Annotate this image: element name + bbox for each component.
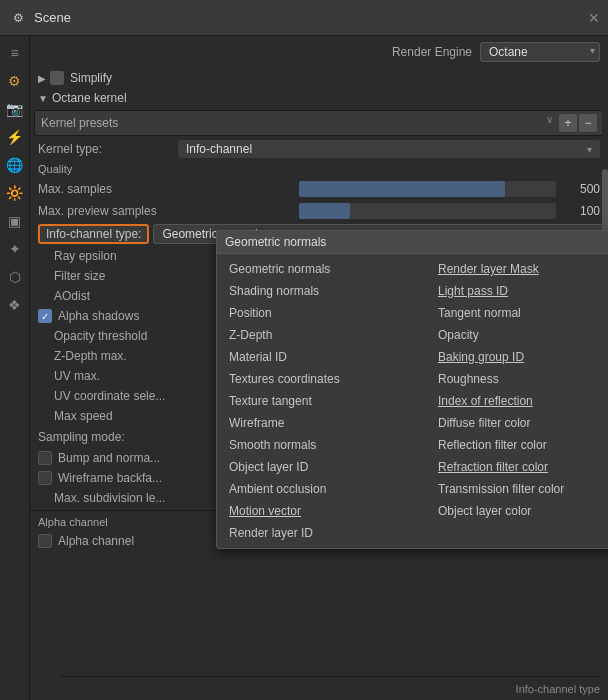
dropdown-item-textures-coordinates[interactable]: Textures coordinates [217,368,426,390]
sidebar-icon-view[interactable]: 🌐 [2,152,28,178]
scene-icon: ⚙ [8,8,28,28]
uv-max-label: UV max. [38,369,100,383]
simplify-icon [50,71,64,85]
dropdown-item-geometric-normals[interactable]: Geometric normals [217,258,426,280]
kernel-type-label: Kernel type: [38,142,178,156]
render-engine-row: Render Engine Octane [30,36,608,68]
dropdown-item-shading-normals[interactable]: Shading normals [217,280,426,302]
ray-epsilon-label: Ray epsilon [38,249,117,263]
kernel-type-dropdown[interactable]: Info-channel ▾ [178,140,600,158]
opacity-threshold-label: Opacity threshold [38,329,147,343]
dropdown-item-smooth-normals[interactable]: Smooth normals [217,434,426,456]
dropdown-item-reflection-filter-color[interactable]: Reflection filter color [426,434,608,456]
octane-kernel-label: Octane kernel [52,91,127,105]
wireframe-backfa-checkbox[interactable] [38,471,52,485]
dropdown-item-roughness[interactable]: Roughness [426,368,608,390]
dropdown-item-render-layer-mask[interactable]: Render layer Mask [426,258,608,280]
sidebar-icon-constraints[interactable]: ❖ [2,292,28,318]
simplify-arrow: ▶ [38,73,46,84]
aodist-label: AOdist [38,289,90,303]
dropdown-item-wireframe[interactable]: Wireframe [217,412,426,434]
alpha-channel-section-label: Alpha channel [38,516,108,528]
alpha-shadows-label: Alpha shadows [58,309,139,323]
quality-label: Quality [38,163,72,175]
dropdown-item-baking-group-id[interactable]: Baking group ID [426,346,608,368]
max-samples-row: Max. samples 500 [30,178,608,200]
alpha-channel-label: Alpha channel [58,534,134,548]
dropdown-item-light-pass-id[interactable]: Light pass ID [426,280,608,302]
max-samples-value: 500 [560,182,600,196]
sidebar-icon-particles[interactable]: ✦ [2,236,28,262]
max-samples-slider[interactable] [299,181,556,197]
sidebar-icon-physics[interactable]: ⬡ [2,264,28,290]
z-depth-max-label: Z-Depth max. [38,349,127,363]
max-preview-samples-label: Max. preview samples [38,204,295,218]
info-channel-dropdown-overlay: Geometric normals ▾ Geometric normals Re… [216,230,608,549]
dropdown-item-position[interactable]: Position [217,302,426,324]
max-preview-samples-row: Max. preview samples 100 [30,200,608,222]
dropdown-item-index-of-reflection[interactable]: Index of reflection [426,390,608,412]
kernel-presets-label: Kernel presets [41,116,546,130]
dropdown-item-material-id[interactable]: Material ID [217,346,426,368]
dropdown-item-empty [426,522,608,544]
sidebar-icon-menu[interactable]: ≡ [2,40,28,66]
sidebar-icon-object[interactable]: ▣ [2,208,28,234]
main-layout: ≡ ⚙ 📷 ⚡ 🌐 🔆 ▣ ✦ ⬡ ❖ Render Engine Octane… [0,36,608,700]
info-channel-type-label[interactable]: Info-channel type: [38,224,149,244]
close-button[interactable]: ✕ [588,10,600,26]
dropdown-header[interactable]: Geometric normals ▾ [217,231,608,254]
dropdown-item-tangent-normal[interactable]: Tangent normal [426,302,608,324]
alpha-channel-checkbox[interactable] [38,534,52,548]
kernel-presets-add[interactable]: + [559,114,577,132]
footer-row: Info-channel type [60,676,608,700]
kernel-presets-actions: ∨ + − [546,114,597,132]
window-title: Scene [34,10,588,25]
dropdown-grid: Geometric normals Render layer Mask Shad… [217,254,608,548]
kernel-type-row: Kernel type: Info-channel ▾ [30,138,608,160]
simplify-section[interactable]: ▶ Simplify [30,68,608,88]
render-engine-dropdown[interactable]: Octane [480,42,600,62]
dropdown-item-z-depth[interactable]: Z-Depth [217,324,426,346]
octane-kernel-section[interactable]: ▼ Octane kernel [30,88,608,108]
sidebar-icon-render[interactable]: 📷 [2,96,28,122]
max-samples-label: Max. samples [38,182,295,196]
sidebar-icon-output[interactable]: ⚡ [2,124,28,150]
max-preview-samples-value: 100 [560,204,600,218]
wireframe-backfa-label: Wireframe backfa... [58,471,162,485]
bump-normal-checkbox[interactable] [38,451,52,465]
top-bar: ⚙ Scene ✕ [0,0,608,36]
dropdown-item-object-layer-id[interactable]: Object layer ID [217,456,426,478]
dropdown-item-motion-vector[interactable]: Motion vector [217,500,426,522]
octane-kernel-arrow: ▼ [38,93,48,104]
sidebar-icon-scene[interactable]: ⚙ [2,68,28,94]
dropdown-item-transmission-filter-color[interactable]: Transmission filter color [426,478,608,500]
content-area: Render Engine Octane ▶ Simplify ▼ Octane… [30,36,608,700]
dropdown-item-object-layer-color[interactable]: Object layer color [426,500,608,522]
kernel-type-chevron: ▾ [587,144,592,155]
kernel-presets-chevron[interactable]: ∨ [546,114,553,132]
max-speed-label: Max speed [38,409,113,423]
max-subdivision-label: Max. subdivision le... [38,491,165,505]
kernel-type-value: Info-channel [186,142,252,156]
quality-header: Quality [30,160,608,178]
kernel-presets-row: Kernel presets ∨ + − [34,110,604,136]
uv-coordinate-sel-label: UV coordinate sele... [38,389,165,403]
sidebar-icon-world[interactable]: 🔆 [2,180,28,206]
dropdown-header-text: Geometric normals [225,235,326,249]
dropdown-item-render-layer-id[interactable]: Render layer ID [217,522,426,544]
kernel-presets-remove[interactable]: − [579,114,597,132]
bump-normal-label: Bump and norma... [58,451,160,465]
footer-text: Info-channel type [516,683,600,695]
sidebar: ≡ ⚙ 📷 ⚡ 🌐 🔆 ▣ ✦ ⬡ ❖ [0,36,30,700]
dropdown-item-diffuse-filter-color[interactable]: Diffuse filter color [426,412,608,434]
dropdown-item-texture-tangent[interactable]: Texture tangent [217,390,426,412]
simplify-label: Simplify [70,71,112,85]
sampling-mode-label: Sampling mode: [38,430,178,444]
alpha-shadows-checkbox[interactable]: ✓ [38,309,52,323]
dropdown-item-refraction-filter-color[interactable]: Refraction filter color [426,456,608,478]
render-engine-label: Render Engine [392,45,472,59]
filter-size-label: Filter size [38,269,105,283]
dropdown-item-ambient-occlusion[interactable]: Ambient occlusion [217,478,426,500]
dropdown-item-opacity[interactable]: Opacity [426,324,608,346]
max-preview-samples-slider[interactable] [299,203,556,219]
